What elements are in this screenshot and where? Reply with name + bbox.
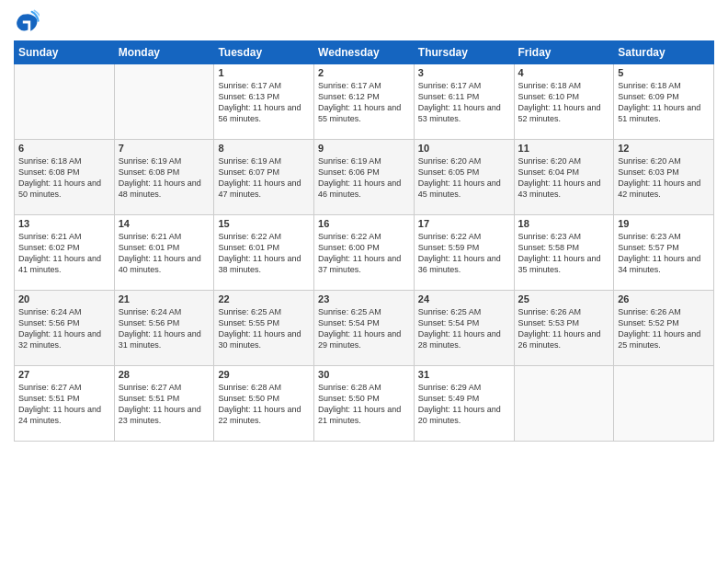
day-cell: 5Sunrise: 6:18 AMSunset: 6:09 PMDaylight… [614, 64, 714, 140]
day-info: Sunset: 6:02 PM [18, 242, 110, 253]
day-info: Sunset: 5:55 PM [218, 317, 310, 328]
day-cell: 14Sunrise: 6:21 AMSunset: 6:01 PMDayligh… [114, 215, 214, 291]
day-number: 14 [119, 218, 210, 229]
day-info: Sunset: 6:05 PM [418, 167, 510, 178]
day-cell: 29Sunrise: 6:28 AMSunset: 5:50 PMDayligh… [214, 366, 314, 442]
day-info: Sunrise: 6:27 AM [119, 382, 210, 393]
day-info: Sunrise: 6:26 AM [518, 306, 610, 317]
day-info: Daylight: 11 hours and 36 minutes. [418, 253, 510, 275]
day-info: Sunrise: 6:20 AM [418, 155, 510, 167]
day-info: Sunrise: 6:22 AM [318, 231, 410, 242]
day-info: Sunrise: 6:17 AM [318, 80, 410, 91]
day-info: Daylight: 11 hours and 35 minutes. [518, 253, 610, 275]
day-info: Daylight: 11 hours and 47 minutes. [218, 178, 310, 200]
header-cell-thursday: Thursday [414, 41, 514, 64]
day-number: 11 [518, 143, 610, 154]
day-info: Daylight: 11 hours and 22 minutes. [218, 404, 310, 426]
day-cell: 3Sunrise: 6:17 AMSunset: 6:11 PMDaylight… [414, 64, 514, 140]
day-number: 1 [218, 67, 310, 78]
day-info: Daylight: 11 hours and 40 minutes. [119, 253, 210, 275]
day-info: Sunset: 5:53 PM [518, 317, 610, 328]
week-row-3: 13Sunrise: 6:21 AMSunset: 6:02 PMDayligh… [15, 215, 714, 291]
day-info: Sunset: 6:09 PM [618, 91, 710, 102]
day-info: Daylight: 11 hours and 46 minutes. [318, 178, 410, 200]
day-info: Daylight: 11 hours and 45 minutes. [418, 178, 510, 200]
day-info: Sunset: 6:12 PM [318, 91, 410, 102]
day-cell: 10Sunrise: 6:20 AMSunset: 6:05 PMDayligh… [414, 140, 514, 215]
day-cell: 28Sunrise: 6:27 AMSunset: 5:51 PMDayligh… [114, 366, 214, 442]
day-number: 3 [418, 67, 510, 78]
header-cell-monday: Monday [114, 41, 214, 64]
day-number: 18 [518, 218, 610, 229]
day-info: Sunrise: 6:19 AM [218, 155, 310, 167]
day-number: 12 [618, 143, 710, 154]
logo-icon [14, 9, 40, 35]
day-info: Sunrise: 6:23 AM [518, 231, 610, 242]
day-cell: 4Sunrise: 6:18 AMSunset: 6:10 PMDaylight… [514, 64, 614, 140]
day-info: Daylight: 11 hours and 38 minutes. [218, 253, 310, 275]
day-number: 7 [119, 143, 210, 154]
day-cell [514, 366, 614, 442]
day-info: Sunset: 5:50 PM [218, 393, 310, 404]
day-info: Sunset: 6:10 PM [518, 91, 610, 102]
day-info: Daylight: 11 hours and 32 minutes. [18, 328, 110, 350]
day-cell: 13Sunrise: 6:21 AMSunset: 6:02 PMDayligh… [15, 215, 115, 291]
day-cell: 17Sunrise: 6:22 AMSunset: 5:59 PMDayligh… [414, 215, 514, 291]
day-number: 2 [318, 67, 410, 78]
day-info: Daylight: 11 hours and 42 minutes. [618, 178, 710, 200]
day-info: Sunrise: 6:18 AM [618, 80, 710, 91]
day-info: Daylight: 11 hours and 55 minutes. [318, 102, 410, 124]
header-cell-friday: Friday [514, 41, 614, 64]
day-info: Sunrise: 6:18 AM [518, 80, 610, 91]
day-info: Sunset: 6:06 PM [318, 167, 410, 178]
day-info: Sunrise: 6:25 AM [218, 306, 310, 317]
day-cell: 23Sunrise: 6:25 AMSunset: 5:54 PMDayligh… [314, 291, 415, 366]
day-cell [114, 64, 214, 140]
day-info: Daylight: 11 hours and 23 minutes. [119, 404, 210, 426]
day-info: Sunrise: 6:27 AM [18, 382, 110, 393]
day-number: 23 [318, 293, 410, 304]
day-number: 8 [218, 143, 310, 154]
day-info: Daylight: 11 hours and 43 minutes. [518, 178, 610, 200]
day-info: Sunrise: 6:28 AM [318, 382, 410, 393]
day-info: Daylight: 11 hours and 26 minutes. [518, 328, 610, 350]
calendar-table: SundayMondayTuesdayWednesdayThursdayFrid… [14, 40, 714, 442]
day-cell: 22Sunrise: 6:25 AMSunset: 5:55 PMDayligh… [214, 291, 314, 366]
day-info: Daylight: 11 hours and 34 minutes. [618, 253, 710, 275]
day-info: Sunset: 5:56 PM [18, 317, 110, 328]
day-cell: 21Sunrise: 6:24 AMSunset: 5:56 PMDayligh… [114, 291, 214, 366]
day-number: 21 [119, 293, 210, 304]
day-info: Daylight: 11 hours and 21 minutes. [318, 404, 410, 426]
day-number: 27 [18, 369, 110, 380]
week-row-2: 6Sunrise: 6:18 AMSunset: 6:08 PMDaylight… [15, 140, 714, 215]
day-cell: 20Sunrise: 6:24 AMSunset: 5:56 PMDayligh… [15, 291, 115, 366]
day-info: Sunrise: 6:21 AM [18, 231, 110, 242]
day-info: Sunrise: 6:18 AM [18, 155, 110, 167]
header [14, 9, 714, 35]
day-info: Sunrise: 6:22 AM [218, 231, 310, 242]
day-info: Sunrise: 6:17 AM [418, 80, 510, 91]
day-number: 20 [18, 293, 110, 304]
week-row-5: 27Sunrise: 6:27 AMSunset: 5:51 PMDayligh… [15, 366, 714, 442]
day-info: Sunset: 5:54 PM [418, 317, 510, 328]
day-cell: 16Sunrise: 6:22 AMSunset: 6:00 PMDayligh… [314, 215, 415, 291]
day-number: 29 [218, 369, 310, 380]
day-number: 26 [618, 293, 710, 304]
day-info: Daylight: 11 hours and 29 minutes. [318, 328, 410, 350]
day-cell: 11Sunrise: 6:20 AMSunset: 6:04 PMDayligh… [514, 140, 614, 215]
day-info: Sunrise: 6:19 AM [318, 155, 410, 167]
day-number: 28 [119, 369, 210, 380]
day-info: Sunrise: 6:20 AM [518, 155, 610, 167]
day-cell: 2Sunrise: 6:17 AMSunset: 6:12 PMDaylight… [314, 64, 415, 140]
week-row-1: 1Sunrise: 6:17 AMSunset: 6:13 PMDaylight… [15, 64, 714, 140]
day-info: Sunrise: 6:29 AM [418, 382, 510, 393]
day-number: 22 [218, 293, 310, 304]
day-info: Sunrise: 6:20 AM [618, 155, 710, 167]
day-info: Daylight: 11 hours and 48 minutes. [119, 178, 210, 200]
header-cell-wednesday: Wednesday [314, 41, 415, 64]
day-info: Daylight: 11 hours and 30 minutes. [218, 328, 310, 350]
day-info: Daylight: 11 hours and 28 minutes. [418, 328, 510, 350]
day-info: Sunset: 6:00 PM [318, 242, 410, 253]
day-number: 13 [18, 218, 110, 229]
day-info: Sunrise: 6:22 AM [418, 231, 510, 242]
